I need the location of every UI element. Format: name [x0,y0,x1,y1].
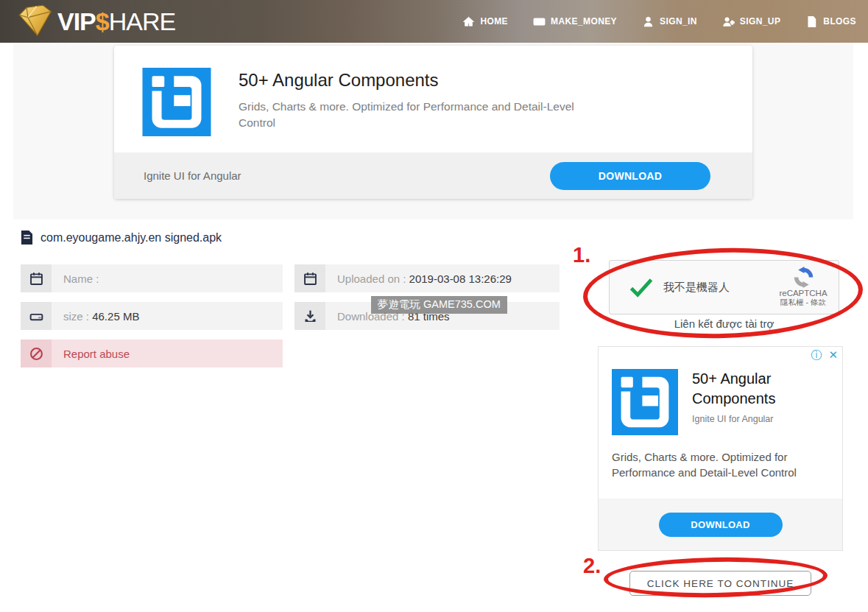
top-ad-footer: Ignite UI for Angular DOWNLOAD [114,152,752,199]
report-abuse-row[interactable]: Report abuse [21,340,283,367]
money-icon [533,15,546,28]
uploaded-label: Uploaded on : [337,272,409,285]
recaptcha-branding: reCAPTCHA 隱私權 - 條款 [775,267,832,308]
page: VIP$HARE HOME MAKE_MONEY SIGN_IN SIGN_UP… [0,0,868,612]
top-ad-main: 50+ Angular Components Grids, Charts & m… [114,46,752,136]
nav-menu: HOME MAKE_MONEY SIGN_IN SIGN_UP BLOGS [462,15,856,28]
nav-item-make-money[interactable]: MAKE_MONEY [533,15,617,28]
side-ad-description: Grids, Charts & more. Optimized for Perf… [599,435,842,481]
ignite-ui-logo [140,68,214,136]
home-icon [462,15,475,28]
ad-info-icon[interactable]: ⓘ [811,349,822,360]
annotation-step-1: 1. [573,243,590,267]
download-icon [294,302,325,330]
nav-item-sign-in[interactable]: SIGN_IN [642,15,697,28]
continue-button[interactable]: CLICK HERE TO CONTINUE [629,571,811,596]
nav-label: HOME [480,16,508,27]
top-ad-advertiser: Ignite UI for Angular [144,169,241,182]
file-icon [21,230,33,245]
recaptcha-label: 我不是機器人 [663,281,730,295]
top-ad-text: 50+ Angular Components Grids, Charts & m… [239,68,607,136]
side-ad-title: 50+ Angular Components [692,369,828,409]
file-name: com.eyougame.ahjy.en signed.apk [40,231,222,245]
name-row: Name : [21,264,283,292]
size-cell: size : 46.25 MB [52,302,283,330]
side-ad-body: 50+ Angular Components Ignite UI for Ang… [599,347,842,435]
nav-item-sign-up[interactable]: SIGN_UP [722,15,780,28]
drive-icon [21,302,52,330]
document-icon [805,15,818,28]
diamond-icon [10,3,56,40]
details-left-column: Name : size : 46.25 MB Report abuse [21,264,283,377]
top-ad-card[interactable]: 50+ Angular Components Grids, Charts & m… [114,46,752,199]
side-ad-footer: DOWNLOAD [599,499,842,550]
nav-item-blogs[interactable]: BLOGS [805,15,856,28]
nav-item-home[interactable]: HOME [462,15,508,28]
uploaded-value: 2019-03-08 13:26:29 [409,272,512,285]
recaptcha-privacy-terms[interactable]: 隱私權 - 條款 [775,298,832,308]
nav-label: SIGN_UP [740,16,780,27]
brand-hare: HARE [109,7,175,35]
calendar-icon [294,264,325,292]
nav-label: BLOGS [823,16,856,27]
nav-label: SIGN_IN [660,16,697,27]
side-ad-text: 50+ Angular Components Ignite UI for Ang… [692,369,828,435]
user-icon [642,15,654,28]
size-value: 46.25 MB [92,310,139,323]
side-ad-advertiser: Ignite UI for Angular [692,414,828,424]
watermark: 夢遊電玩 GAME735.COM [371,296,507,314]
top-ad-description: Grids, Charts & more. Optimized for Perf… [239,99,607,131]
brand-dollar: $ [96,7,109,35]
top-ad-strip: 50+ Angular Components Grids, Charts & m… [13,43,853,219]
details-right-column: Uploaded on : 2019-03-08 13:26:29 Downlo… [294,264,560,377]
brand-text: VIP$HARE [57,9,175,34]
user-plus-icon [722,15,735,28]
side-ad[interactable]: ⓘ ✕ 50+ Angular Components Ignite UI for… [598,346,843,551]
block-icon [21,340,52,367]
ignite-ui-logo [612,369,678,435]
checkmark-icon[interactable] [629,278,654,298]
size-row: size : 46.25 MB [21,302,283,330]
navbar: VIP$HARE HOME MAKE_MONEY SIGN_IN SIGN_UP… [0,0,868,43]
top-ad-download-button[interactable]: DOWNLOAD [550,162,710,190]
side-ad-download-button[interactable]: DOWNLOAD [659,513,783,537]
size-label: size : [63,310,92,323]
recaptcha-widget: 我不是機器人 reCAPTCHA 隱私權 - 條款 [609,260,839,314]
top-ad-title: 50+ Angular Components [239,70,607,91]
report-abuse-label[interactable]: Report abuse [52,340,283,367]
recaptcha-logo-icon [793,267,814,288]
brand-vip: VIP [57,7,96,35]
calendar-icon [21,264,52,292]
recaptcha-brand-text: reCAPTCHA [775,289,832,298]
name-label: Name : [63,272,102,285]
sponsored-links-label: Liên kết được tài trợ [609,317,839,330]
uploaded-row: Uploaded on : 2019-03-08 13:26:29 [294,264,560,292]
file-row: com.eyougame.ahjy.en signed.apk [21,230,868,245]
uploaded-cell: Uploaded on : 2019-03-08 13:26:29 [325,264,560,292]
nav-label: MAKE_MONEY [551,16,617,27]
annotation-step-2: 2. [583,554,601,578]
brand-logo[interactable]: VIP$HARE [10,3,175,40]
adchoices: ⓘ ✕ [811,349,838,360]
ad-close-icon[interactable]: ✕ [828,349,838,360]
name-cell: Name : [52,264,283,292]
